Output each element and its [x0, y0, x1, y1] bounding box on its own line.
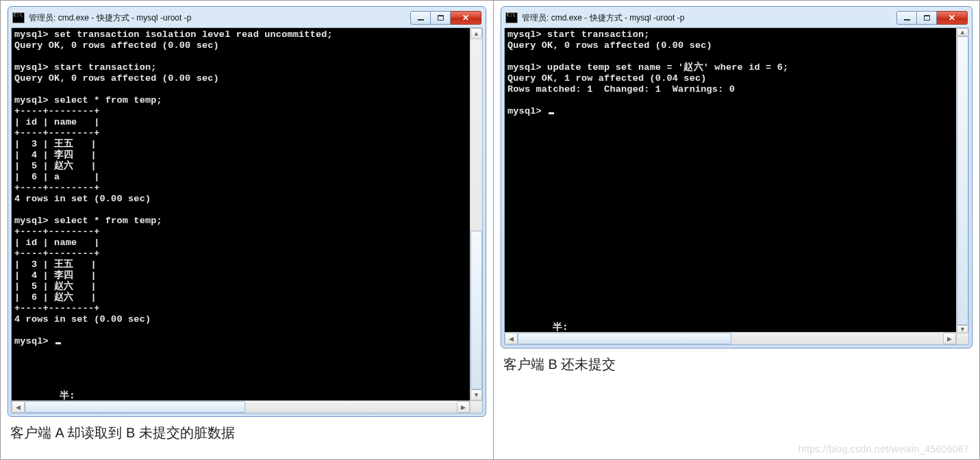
layout-grid: 管理员: cmd.exe - 快捷方式 - mysql -uroot -p ✕ … — [0, 0, 980, 460]
terminal-line: Query OK, 1 row affected (0.04 sec) — [507, 73, 707, 84]
terminal-line: mysql> start transaction; — [14, 62, 157, 73]
scroll-thumb[interactable] — [470, 231, 482, 389]
scroll-right-button[interactable]: ▶ — [457, 401, 470, 413]
titlebar-b[interactable]: 管理员: cmd.exe - 快捷方式 - mysql -uroot -p ✕ — [504, 10, 969, 27]
terminal-line: mysql> start transaction; — [507, 29, 650, 40]
terminal-line: | 5 | 赵六 | — [14, 281, 97, 292]
terminal-line: | 3 | 王五 | — [14, 139, 97, 149]
terminal-line: | 6 | a | — [14, 172, 100, 182]
minimize-button[interactable] — [896, 11, 917, 25]
terminal-line: | 4 | 李四 | — [14, 150, 97, 160]
hscroll-track[interactable] — [731, 333, 943, 344]
cell-client-a: 管理员: cmd.exe - 快捷方式 - mysql -uroot -p ✕ … — [1, 1, 494, 459]
terminal-line: | 4 | 李四 | — [14, 270, 97, 281]
terminal-b[interactable]: mysql> start transaction; Query OK, 0 ro… — [505, 28, 968, 332]
terminal-a[interactable]: mysql> set transaction isolation level r… — [12, 28, 482, 400]
scroll-up-button[interactable]: ▲ — [957, 28, 968, 36]
cmd-icon — [12, 12, 25, 23]
terminal-line: 4 rows in set (0.00 sec) — [14, 194, 151, 204]
terminal-line: mysql> — [14, 336, 54, 346]
scroll-track-top[interactable] — [470, 39, 482, 231]
window-buttons-a: ✕ — [410, 11, 481, 25]
terminal-line: Query OK, 0 rows affected (0.00 sec) — [507, 40, 712, 51]
vertical-scrollbar-b[interactable]: ▲ ▼ — [956, 28, 968, 332]
client-area-a: mysql> set transaction isolation level r… — [11, 27, 483, 413]
resize-grip[interactable] — [956, 332, 968, 344]
terminal-line: | id | name | — [14, 238, 100, 248]
scroll-up-button[interactable]: ▲ — [470, 28, 482, 39]
cell-client-b: 管理员: cmd.exe - 快捷方式 - mysql -uroot -p ✕ … — [494, 1, 979, 459]
window-title-b: 管理员: cmd.exe - 快捷方式 - mysql -uroot -p — [522, 12, 896, 24]
terminal-line: | 6 | 赵六 | — [14, 292, 97, 303]
close-icon: ✕ — [948, 14, 955, 22]
scroll-down-button[interactable]: ▼ — [957, 325, 968, 333]
terminal-line: +----+--------+ — [14, 128, 100, 138]
hscroll-thumb[interactable] — [518, 333, 731, 344]
minimize-button[interactable] — [410, 11, 431, 25]
resize-grip[interactable] — [470, 400, 482, 413]
cursor — [549, 112, 554, 114]
client-area-b: mysql> start transaction; Query OK, 0 ro… — [504, 27, 969, 345]
terminal-line: Query OK, 0 rows affected (0.00 sec) — [14, 73, 219, 84]
terminal-line: Query OK, 0 rows affected (0.00 sec) — [14, 40, 219, 51]
scroll-thumb[interactable] — [957, 36, 968, 325]
titlebar-a[interactable]: 管理员: cmd.exe - 快捷方式 - mysql -uroot -p ✕ — [11, 10, 483, 27]
maximize-button[interactable] — [431, 11, 451, 25]
terminal-line: mysql> — [507, 106, 547, 116]
terminal-line: +----+--------+ — [14, 227, 100, 237]
terminal-line: | id | name | — [14, 117, 100, 127]
maximize-button[interactable] — [917, 11, 937, 25]
window-title-a: 管理员: cmd.exe - 快捷方式 - mysql -uroot -p — [29, 12, 410, 24]
minimize-icon — [418, 19, 424, 21]
cmd-window-b: 管理员: cmd.exe - 快捷方式 - mysql -uroot -p ✕ … — [501, 6, 972, 348]
close-button[interactable]: ✕ — [937, 11, 968, 25]
scroll-left-button[interactable]: ◀ — [12, 401, 25, 413]
horizontal-scrollbar-a[interactable]: ◀ ▶ — [12, 400, 470, 413]
ime-status: 半: — [553, 321, 568, 332]
terminal-line: | 3 | 王五 | — [14, 259, 97, 270]
hscroll-track[interactable] — [245, 401, 457, 413]
terminal-line: mysql> set transaction isolation level r… — [14, 29, 333, 40]
terminal-line: +----+--------+ — [14, 183, 100, 193]
close-button[interactable]: ✕ — [451, 11, 481, 25]
terminal-line: | 5 | 赵六 | — [14, 161, 97, 171]
scroll-left-button[interactable]: ◀ — [505, 333, 518, 344]
window-buttons-b: ✕ — [896, 11, 968, 25]
cursor — [55, 342, 61, 344]
cmd-icon — [505, 12, 518, 23]
terminal-line: Rows matched: 1 Changed: 1 Warnings: 0 — [507, 84, 735, 94]
ime-status: 半: — [60, 389, 75, 400]
terminal-line: +----+--------+ — [14, 248, 100, 259]
minimize-icon — [904, 19, 910, 21]
terminal-line: +----+--------+ — [14, 106, 100, 116]
terminal-line: mysql> select * from temp; — [14, 95, 162, 105]
caption-b: 客户端 B 还未提交 — [501, 348, 972, 376]
terminal-line: 4 rows in set (0.00 sec) — [14, 314, 151, 324]
close-icon: ✕ — [462, 14, 469, 22]
maximize-icon — [924, 15, 930, 21]
hscroll-thumb[interactable] — [25, 401, 245, 413]
scroll-right-button[interactable]: ▶ — [943, 333, 956, 344]
terminal-line: mysql> select * from temp; — [14, 216, 162, 226]
vertical-scrollbar-a[interactable]: ▲ ▼ — [470, 28, 482, 400]
scroll-down-button[interactable]: ▼ — [470, 389, 482, 400]
terminal-line: +----+--------+ — [14, 303, 100, 314]
maximize-icon — [438, 15, 444, 21]
cmd-window-a: 管理员: cmd.exe - 快捷方式 - mysql -uroot -p ✕ … — [8, 6, 486, 417]
horizontal-scrollbar-b[interactable]: ◀ ▶ — [505, 332, 956, 344]
terminal-line: mysql> update temp set name = '赵六' where… — [507, 62, 788, 73]
caption-a: 客户端 A 却读取到 B 未提交的脏数据 — [8, 417, 486, 445]
